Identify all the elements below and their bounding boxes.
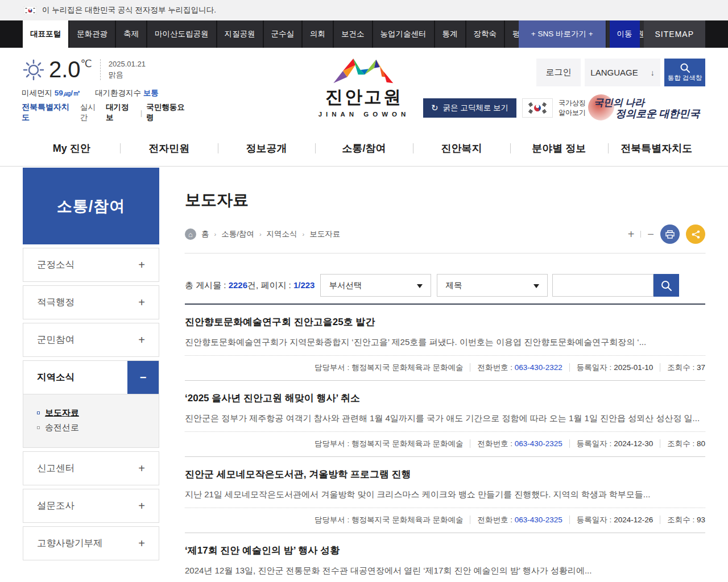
weather-condition: 맑음 (109, 70, 146, 81)
board-main: 보도자료 ⌂ 홈 › 소통/참여 › 지역소식 › 보도자료 + − (185, 167, 705, 582)
move-button[interactable]: 이동 (610, 20, 640, 48)
search-icon (661, 280, 672, 291)
department-select[interactable]: 부서선택 (320, 274, 431, 297)
post-title[interactable]: 진안군 세모네모작은도서관, 겨울방학 프로그램 진행 (185, 468, 705, 481)
post-meta: 담당부서 : 행정복지국 문화체육과 문화예술전화번호 : 063-430-23… (185, 508, 705, 525)
sidebar-item-citizen-participation[interactable]: 군민참여 + (23, 323, 159, 357)
share-button[interactable] (686, 225, 705, 244)
util-tab-geopark[interactable]: 지질공원 (217, 20, 263, 48)
gov-banner: 이 누리집은 대한민국 공식 전자정부 누리집입니다. (0, 0, 728, 20)
expand-icon: + (138, 334, 145, 347)
logo-subtitle: JINAN GOWON (318, 111, 410, 118)
sun-icon (22, 58, 46, 82)
util-tab-governor[interactable]: 군수실 (264, 20, 302, 48)
nav-jeonbuk-province[interactable]: 전북특별자치도 (608, 131, 705, 166)
korea-flag-icon (527, 101, 548, 115)
collapse-icon[interactable]: − (127, 361, 159, 394)
post-meta: 담당부서 : 행정복지국 문화체육과 문화예술전화번호 : 063-430-23… (185, 355, 705, 373)
search-input[interactable] (552, 274, 653, 297)
share-icon (692, 230, 700, 239)
sidebar-item-proactive-admin[interactable]: 적극행정 + (23, 285, 159, 319)
breadcrumb-item[interactable]: 지역소식 (267, 229, 297, 239)
util-tab-agri-tech[interactable]: 농업기술센터 (373, 20, 434, 48)
font-size-increase-button[interactable]: + (628, 228, 635, 240)
print-button[interactable] (660, 225, 680, 244)
post-description: 2024년 12월 13일, 진안군 전통문화 전수관 대공연장에서 열린 ‘제… (185, 566, 705, 576)
home-icon[interactable]: ⌂ (185, 228, 196, 240)
font-size-decrease-button[interactable]: − (647, 228, 654, 240)
sidebar-subitem-press-release[interactable]: 보도자료 (37, 408, 159, 418)
nav-field-info[interactable]: 분야별 정보 (510, 131, 607, 166)
expand-icon: + (138, 462, 145, 475)
post-title[interactable]: ‘제17회 진안 예술인의 밤’ 행사 성황 (185, 544, 705, 557)
bold-font-toggle-button[interactable]: ↻ 굵은 고딕체로 보기 (423, 98, 516, 118)
post-description: 진안향토문화예술연구회가 지역문화종합지 ‘진안고을’ 제25호를 펴냈다. 이… (185, 337, 705, 348)
breadcrumb: ⌂ 홈 › 소통/참여 › 지역소식 › 보도자료 (185, 228, 340, 240)
national-flag-link[interactable] (522, 98, 553, 118)
action-guide-link[interactable]: 국민행동요령 (146, 102, 192, 123)
util-tab-festival[interactable]: 축제 (116, 20, 146, 48)
sidebar-item-hometown-donation[interactable]: 고향사랑기부제 + (23, 526, 159, 560)
post-description: 진안군은 정부가 제주항공 여객기 참사와 관련해 1월 4일까지를 국가 애도… (185, 413, 705, 424)
sidebar-item-report-center[interactable]: 신고센터 + (23, 451, 159, 485)
header: 2.0℃ 2025.01.21 맑음 미세먼지 59㎍/㎥ 대기환경지수 보통 … (0, 48, 728, 131)
arrow-down-icon: ↓ (651, 68, 655, 77)
util-tab-main-portal[interactable]: 대표포털 (23, 20, 68, 48)
breadcrumb-item[interactable]: 보도자료 (309, 229, 340, 239)
korea-flag-icon (24, 6, 36, 15)
expand-icon: + (138, 500, 145, 513)
bullet-icon (37, 411, 40, 414)
post-item: 진안향토문화예술연구회 진안고을25호 발간 진안향토문화예술연구회가 지역문화… (185, 305, 705, 381)
nav-my-jinan[interactable]: My 진안 (23, 131, 120, 166)
nav-info-disclosure[interactable]: 정보공개 (218, 131, 315, 166)
sidebar-title: 소통/참여 (23, 168, 159, 244)
util-tab-culture-tour[interactable]: 문화관광 (69, 20, 115, 48)
login-button[interactable]: 로그인 (536, 59, 581, 86)
air-info-link[interactable]: 대기정보 (106, 102, 136, 123)
post-item: ‘제17회 진안 예술인의 밤’ 행사 성황 2024년 12월 13일, 진안… (185, 533, 705, 582)
national-symbol-link[interactable]: 국가상징 알아보기 (559, 98, 586, 118)
breadcrumb-item[interactable]: 소통/참여 (221, 229, 254, 239)
util-tab-health-center[interactable]: 보건소 (334, 20, 372, 48)
realtime-label: 실시간 (80, 102, 103, 123)
util-tab-maisan-park[interactable]: 마이산도립공원 (147, 20, 216, 48)
expand-icon: + (138, 537, 145, 550)
search-submit-button[interactable] (653, 274, 679, 297)
phone-number: 063-430-2325 (515, 516, 562, 524)
expand-icon: + (138, 296, 145, 309)
util-tab-council[interactable]: 의회 (303, 20, 333, 48)
language-selector[interactable]: LANGUAGE ↓ (585, 59, 660, 86)
gov-banner-text: 이 누리집은 대한민국 공식 전자정부 누리집입니다. (42, 5, 216, 15)
sidebar-subitem-power-line[interactable]: 송전선로 (37, 422, 159, 433)
page-title: 보도자료 (185, 189, 705, 211)
total-count: 2226 (229, 280, 247, 290)
util-tab-statistics[interactable]: 통계 (435, 20, 465, 48)
weather-date: 2025.01.21 (109, 59, 146, 70)
sidebar-item-county-news[interactable]: 군정소식 + (23, 248, 159, 282)
nav-communication[interactable]: 소통/참여 (315, 131, 412, 166)
post-title[interactable]: ‘2025 을사년 진안고원 해맞이 행사’ 취소 (185, 392, 705, 405)
logo-title: 진안고원 (318, 85, 410, 109)
sidebar-item-local-news[interactable]: 지역소식 − (23, 360, 159, 394)
util-tab-dormitory[interactable]: 장학숙 (466, 20, 504, 48)
printer-icon (665, 230, 675, 239)
air-index-value: 보통 (143, 89, 159, 97)
post-item: 진안군 세모네모작은도서관, 겨울방학 프로그램 진행 지난 21일 세모네모작… (185, 457, 705, 533)
page-indicator: 1/223 (293, 280, 315, 290)
integrated-search-button[interactable]: 통합 검색창 (664, 59, 705, 86)
sidebar: 소통/참여 군정소식 + 적극행정 + 군민참여 + 지역소식 − 보도자료 송… (23, 168, 159, 560)
sitemap-button[interactable]: SITEMAP (644, 20, 705, 48)
nav-welfare[interactable]: 진안복지 (413, 131, 510, 166)
nav-e-civil-service[interactable]: 전자민원 (120, 131, 217, 166)
sns-shortcut-button[interactable]: + SNS 바로가기 + (519, 20, 606, 48)
bullet-icon (37, 426, 40, 429)
sidebar-item-survey[interactable]: 설문조사 + (23, 489, 159, 523)
air-index-label: 대기환경지수 (95, 89, 141, 97)
phone-number: 063-430-2325 (515, 439, 562, 448)
post-meta: 담당부서 : 행정복지국 문화체육과 문화예술전화번호 : 063-430-23… (185, 431, 705, 449)
breadcrumb-home[interactable]: 홈 (201, 229, 209, 239)
select-arrow-icon (533, 284, 539, 288)
search-field-select[interactable]: 제목 (437, 274, 548, 297)
post-title[interactable]: 진안향토문화예술연구회 진안고을25호 발간 (185, 315, 705, 329)
site-logo[interactable]: 진안고원 JINAN GOWON (318, 56, 410, 118)
